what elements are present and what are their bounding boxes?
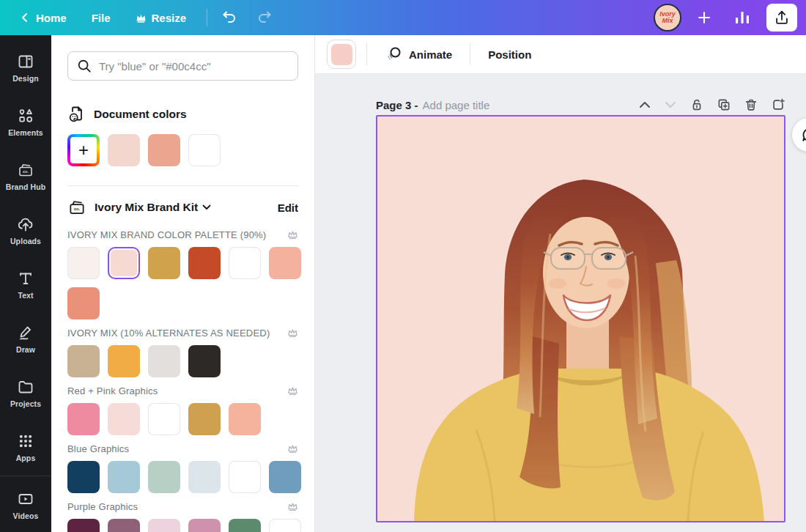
- delete-page-button[interactable]: [744, 97, 758, 112]
- color-swatch[interactable]: [188, 461, 221, 493]
- color-swatch[interactable]: [188, 134, 221, 166]
- color-swatch[interactable]: [148, 247, 180, 279]
- search-icon: [77, 59, 92, 73]
- palette-row: [67, 461, 298, 493]
- sidebar-item-elements[interactable]: Elements: [0, 95, 51, 149]
- background-color-button[interactable]: [327, 40, 356, 69]
- brand-kit-selector[interactable]: Ivory Mix Brand Kit: [95, 201, 211, 214]
- add-page-icon: [771, 97, 785, 112]
- color-swatch[interactable]: [108, 461, 140, 493]
- videos-icon: [17, 490, 34, 508]
- sidebar-item-design[interactable]: Design: [0, 41, 51, 95]
- move-page-up-button[interactable]: [638, 100, 651, 109]
- animate-button[interactable]: Animate: [377, 40, 459, 69]
- color-swatch[interactable]: [188, 247, 221, 279]
- design-page[interactable]: [376, 115, 785, 522]
- palette-row: [67, 247, 298, 279]
- color-swatch[interactable]: [148, 403, 180, 435]
- page-controls: [638, 97, 785, 112]
- sidebar-item-brand-hub[interactable]: co. Brand Hub: [0, 149, 51, 204]
- color-swatch[interactable]: [148, 134, 180, 166]
- color-swatch[interactable]: [67, 345, 100, 377]
- color-swatch[interactable]: [108, 134, 140, 166]
- palette-group-label: IVORY MIX (10% ALTERNATES AS NEEDED): [67, 328, 298, 339]
- toolbar-divider: [366, 43, 367, 65]
- sidebar-item-uploads[interactable]: Uploads: [0, 204, 51, 258]
- duplicate-page-button[interactable]: [717, 97, 731, 112]
- sidebar-item-draw[interactable]: Draw: [0, 311, 51, 366]
- color-swatch[interactable]: [188, 403, 221, 435]
- home-button[interactable]: Home: [12, 7, 74, 29]
- insights-button[interactable]: [727, 5, 758, 30]
- palette-group-label: Red + Pink Graphics: [67, 385, 298, 396]
- share-upload-icon: [774, 10, 790, 26]
- chevron-up-icon: [638, 100, 651, 109]
- portrait-photo: [377, 117, 784, 521]
- pro-crown-icon: [287, 328, 298, 338]
- page-title-input[interactable]: Add page title: [423, 99, 490, 111]
- color-swatch[interactable]: [229, 461, 261, 493]
- color-swatch[interactable]: [269, 519, 301, 532]
- share-button[interactable]: [766, 4, 797, 32]
- pro-crown-icon: [287, 444, 298, 454]
- comments-button[interactable]: [792, 118, 806, 152]
- lock-page-button[interactable]: [689, 97, 704, 112]
- add-member-button[interactable]: [690, 6, 718, 29]
- pro-crown-icon: [287, 386, 298, 396]
- resize-menu[interactable]: Resize: [128, 7, 194, 29]
- toolbar-divider: [207, 9, 207, 26]
- comment-bubble-icon: [801, 127, 806, 143]
- color-swatch[interactable]: [188, 345, 221, 377]
- color-swatch[interactable]: [229, 403, 261, 435]
- sidebar-item-apps[interactable]: Apps: [0, 420, 51, 474]
- sidebar-item-videos[interactable]: Videos: [0, 478, 51, 532]
- color-swatch[interactable]: [108, 247, 140, 279]
- color-swatch[interactable]: [67, 287, 100, 319]
- color-swatch[interactable]: [108, 519, 140, 532]
- color-swatch[interactable]: [148, 345, 180, 377]
- fill-color-swatch: [331, 44, 352, 65]
- color-swatch[interactable]: [269, 461, 301, 493]
- svg-text:co.: co.: [74, 207, 81, 211]
- undo-button[interactable]: [215, 6, 244, 29]
- sidebar-item-projects[interactable]: Projects: [0, 366, 51, 420]
- color-swatch[interactable]: [188, 519, 221, 532]
- color-swatch[interactable]: [148, 519, 180, 532]
- color-search-input[interactable]: [99, 60, 289, 73]
- rail-divider: [0, 476, 51, 476]
- move-page-down-button[interactable]: [664, 100, 677, 109]
- brand-kit-edit-button[interactable]: Edit: [278, 202, 298, 214]
- color-swatch[interactable]: [67, 519, 100, 532]
- account-avatar[interactable]: Ivory Mix: [654, 4, 681, 32]
- redo-button[interactable]: [250, 6, 279, 29]
- palette-row: [67, 345, 298, 377]
- document-colors-row: +: [67, 134, 298, 166]
- color-swatch[interactable]: [108, 345, 140, 377]
- color-swatch[interactable]: [67, 403, 100, 435]
- toolbar-divider: [470, 43, 470, 65]
- document-colors-title: Document colors: [94, 108, 187, 121]
- add-new-color-button[interactable]: +: [67, 134, 100, 166]
- trash-icon: [744, 97, 758, 112]
- brand-kit-header: co. Ivory Mix Brand Kit Edit: [67, 198, 298, 217]
- color-search-box[interactable]: [67, 51, 298, 81]
- color-swatch[interactable]: [67, 247, 100, 279]
- design-icon: [17, 53, 34, 70]
- canva-editor: Home File Resize Ivory Mix: [0, 0, 806, 532]
- sidebar-item-text[interactable]: Text: [0, 258, 51, 312]
- color-swatch[interactable]: [229, 519, 261, 532]
- color-swatch[interactable]: [229, 247, 261, 279]
- object-panel-rail: Design Elements co. Brand Hub Uploads Te…: [0, 35, 51, 532]
- color-swatch[interactable]: [148, 461, 180, 493]
- color-swatch[interactable]: [269, 247, 301, 279]
- color-swatch[interactable]: [108, 403, 140, 435]
- add-page-button[interactable]: [771, 97, 785, 112]
- position-button[interactable]: Position: [481, 43, 539, 67]
- color-swatch[interactable]: [67, 461, 100, 493]
- file-menu[interactable]: File: [84, 7, 118, 29]
- topbar-right-group: Ivory Mix: [654, 4, 800, 32]
- undo-icon: [221, 10, 237, 25]
- pro-crown-icon: [136, 13, 147, 23]
- palette-row: [67, 403, 298, 435]
- svg-text:co.: co.: [23, 169, 29, 174]
